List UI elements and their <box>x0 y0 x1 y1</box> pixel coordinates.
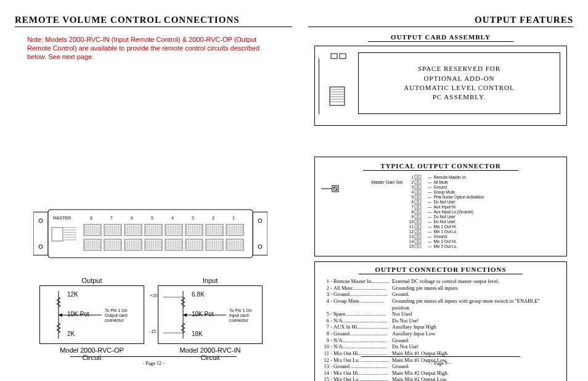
svg-rect-204 <box>415 190 421 194</box>
slot-label: 6 <box>131 216 133 220</box>
addon-line3: AUTOMATIC LEVEL CONTROL <box>359 83 560 92</box>
svg-marker-180 <box>183 313 187 317</box>
svg-rect-198 <box>415 175 421 179</box>
function-row: 14 - Mix Out Hi.......................Ma… <box>324 370 558 377</box>
svg-rect-186 <box>330 87 345 105</box>
pin-row: 1—Remote Master In. <box>407 174 560 179</box>
chassis-master-label: MASTER <box>53 216 71 220</box>
function-row: 5 - Spare...............................… <box>324 311 558 318</box>
pin-row: 12—Mix 1 Out Lo. <box>407 229 560 234</box>
output-note1: To Pin 1 On <box>105 308 128 313</box>
pin-row: 10—Do Not Use! <box>407 219 560 224</box>
pin-row: 5—Pink Noise Option Activation <box>407 194 560 199</box>
svg-rect-212 <box>415 210 421 213</box>
left-page-title: REMOTE VOLUME CONTROL CONNECTIONS <box>15 15 292 27</box>
input-circuit-heading: Input <box>158 277 263 284</box>
master-gain-label: Master Gain Set <box>371 180 402 184</box>
pin-row: 6—Do Not Use! <box>407 199 560 204</box>
slot-label: 8 <box>90 216 92 220</box>
slot-label: 5 <box>151 216 153 220</box>
input-r2: 18K <box>192 330 203 337</box>
svg-rect-226 <box>415 244 421 248</box>
svg-rect-224 <box>415 239 421 243</box>
right-page-number: - Page 9 - <box>308 361 573 366</box>
svg-rect-220 <box>415 229 421 233</box>
addon-line2: OPTIONAL ADD-ON <box>359 74 560 83</box>
input-note3: connector <box>229 318 248 322</box>
slot-label: 1 <box>232 216 235 220</box>
addon-line4: PC ASSEMBLY. <box>359 92 560 102</box>
svg-rect-208 <box>415 200 421 203</box>
output-note3: connector <box>105 318 124 322</box>
input-r1: 6.8K <box>192 291 205 298</box>
input-pot: 10K Pot <box>192 311 214 318</box>
function-row: 11 - Mix Out Hi.......................Ma… <box>324 350 558 357</box>
left-page-number: - Page 12 - <box>15 361 292 366</box>
svg-rect-184 <box>331 54 337 59</box>
gain-trimpot-icon <box>321 185 342 192</box>
input-note1: To Pin 1 On <box>229 308 252 313</box>
svg-rect-216 <box>415 219 421 223</box>
output-circuit-diagram <box>40 286 144 343</box>
output-pot: 10K Pot <box>67 311 89 318</box>
input-model: Model 2000-RVC-IN <box>158 346 263 354</box>
function-row: 6 - N/A.................................… <box>324 318 558 324</box>
svg-rect-200 <box>415 180 421 184</box>
pin-row: 15—Mix 2 Out Lo. <box>407 244 560 248</box>
right-page-title: OUTPUT FEATURES <box>308 15 573 27</box>
output-note2: Output card <box>105 313 128 318</box>
pin-row: 13—Ground. <box>407 234 560 239</box>
slot-label: 2 <box>212 216 214 220</box>
pin-row: 14—Mix 2 Out Hi. <box>407 239 560 244</box>
function-row: 9 - N/A.................................… <box>324 337 558 344</box>
pin-row: 8—Aux Input Lo (Ground) <box>407 209 560 214</box>
svg-rect-185 <box>340 54 346 59</box>
function-row: 15 - Mix Out Lo.......................Ma… <box>324 376 558 381</box>
slot-label: 4 <box>171 216 174 220</box>
connector-functions-heading: OUTPUT CONNECTOR FUNCTIONS <box>359 266 523 274</box>
function-row: 3 - Ground.............................G… <box>324 291 558 298</box>
svg-rect-218 <box>415 224 421 228</box>
note-text: Note: Models 2000-RVC-IN (Input Remote C… <box>15 33 292 61</box>
function-row: 4 - Group Mute...................Groundi… <box>324 298 558 311</box>
output-model: Model 2000-RVC-OP <box>39 346 144 354</box>
pin-row: 9—Do Not Use! <box>407 214 560 219</box>
pin-row: 7—Aux Input Hi <box>407 204 560 209</box>
card-assembly-heading: OUTPUT CARD ASSEMBLY <box>368 33 514 42</box>
output-circuit-heading: Output <box>39 277 144 284</box>
function-row: 8 - Ground.............................A… <box>324 330 558 337</box>
card-side-icons <box>319 46 356 126</box>
function-row: 10 - N/A................................… <box>324 343 558 350</box>
output-r1: 12K <box>67 291 78 298</box>
svg-marker-176 <box>59 313 62 317</box>
addon-line1: SPACE RESERVED FOR <box>359 64 560 73</box>
typical-connector-heading: TYPICAL OUTPUT CONNECTOR <box>363 162 518 171</box>
pin-row: 4—Group Mute. <box>407 189 560 194</box>
svg-rect-222 <box>415 234 421 238</box>
function-row: 7 - AUX In Hi........................Aux… <box>324 324 558 330</box>
svg-rect-210 <box>415 205 421 208</box>
pin-row: 2—All Mute <box>407 179 560 184</box>
output-r2: 2K <box>67 330 75 337</box>
slot-label: 3 <box>192 216 194 220</box>
input-note2: Input card <box>229 313 248 318</box>
function-row: 1 - Remote Master In..............Extern… <box>324 278 558 285</box>
svg-rect-206 <box>415 195 421 199</box>
svg-rect-202 <box>415 185 421 189</box>
slot-label: 7 <box>110 216 113 220</box>
input-minus15: -15 <box>150 329 156 334</box>
pin-row: 11—Mix 1 Out Hi. <box>407 224 560 229</box>
input-plus15: +15 <box>150 293 157 298</box>
function-row: 2 - All Mute..........................Gr… <box>324 285 558 292</box>
pin-row: 3—Ground. <box>407 184 560 189</box>
svg-rect-214 <box>415 215 421 218</box>
